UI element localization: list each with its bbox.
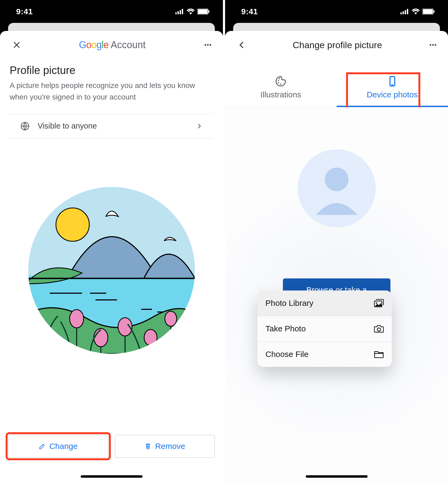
person-silhouette-icon (307, 159, 366, 218)
change-label: Change (49, 442, 78, 451)
svg-point-43 (280, 83, 282, 85)
home-indicator[interactable] (81, 475, 143, 478)
svg-rect-36 (433, 10, 435, 13)
google-logo: Google (79, 39, 108, 51)
phone-screen-left: 9:41 Google Account Profile picture A pi… (0, 0, 224, 482)
svg-point-39 (435, 44, 436, 46)
modal-sheet: Change profile picture Illustrations Dev… (225, 31, 448, 482)
trash-icon (144, 443, 151, 450)
bottom-button-row: Change Remove (0, 435, 223, 458)
svg-point-8 (207, 44, 209, 46)
status-icons (400, 9, 435, 15)
svg-point-26 (144, 329, 157, 346)
smartphone-icon (387, 76, 398, 87)
svg-rect-1 (177, 11, 179, 14)
svg-point-7 (205, 44, 206, 46)
tabs: Illustrations Device photos (225, 70, 448, 107)
remove-button[interactable]: Remove (115, 435, 215, 458)
close-button[interactable] (10, 38, 23, 51)
remove-label: Remove (155, 442, 185, 451)
svg-rect-35 (423, 9, 433, 14)
header-title: Google Account (23, 39, 201, 51)
menu-photo-library[interactable]: Photo Library (257, 290, 392, 316)
svg-rect-3 (182, 9, 183, 14)
profile-picture (28, 187, 195, 354)
change-button[interactable]: Change (8, 435, 108, 458)
menu-photo-library-label: Photo Library (265, 299, 313, 308)
menu-take-photo-label: Take Photo (265, 324, 306, 333)
header: Google Account (0, 31, 223, 57)
modal-sheet: Google Account Profile picture A picture… (0, 31, 223, 482)
svg-point-48 (376, 303, 377, 304)
palette-icon (275, 76, 286, 87)
cellular-icon (400, 9, 409, 14)
folder-icon (374, 350, 384, 358)
cellular-icon (175, 9, 184, 14)
svg-rect-30 (400, 12, 402, 14)
svg-point-38 (432, 44, 434, 46)
svg-point-28 (165, 311, 177, 326)
camera-icon (374, 325, 384, 333)
tab-illustrations-label: Illustrations (260, 90, 301, 99)
section-description: A picture helps people recognize you and… (0, 80, 223, 114)
tab-device-photos[interactable]: Device photos (337, 70, 448, 107)
avatar-container (0, 187, 223, 354)
globe-icon (20, 122, 30, 131)
menu-choose-file-label: Choose File (265, 350, 308, 359)
account-word: Account (111, 39, 146, 51)
svg-rect-33 (407, 9, 408, 14)
visibility-label: Visible to anyone (38, 122, 97, 130)
svg-point-49 (377, 328, 381, 331)
more-button[interactable] (426, 38, 439, 51)
svg-point-22 (94, 328, 108, 347)
wifi-icon (412, 9, 420, 15)
page-title: Change profile picture (248, 40, 426, 50)
svg-rect-2 (180, 10, 181, 14)
svg-point-9 (209, 44, 211, 46)
visibility-row[interactable]: Visible to anyone (10, 114, 213, 139)
chevron-left-icon (238, 41, 246, 49)
status-time: 9:41 (16, 7, 33, 16)
close-icon (12, 41, 21, 49)
status-bar: 9:41 (225, 0, 448, 23)
status-bar: 9:41 (0, 0, 223, 23)
battery-icon (422, 9, 435, 15)
chevron-right-icon (196, 123, 202, 129)
section-title: Profile picture (0, 57, 223, 80)
phone-screen-right: 9:41 Change profile picture Illustration… (224, 0, 448, 482)
photos-icon (374, 299, 384, 307)
landscape-illustration-icon (28, 187, 195, 354)
action-menu: Photo Library Take Photo Choose File (257, 290, 392, 367)
menu-choose-file[interactable]: Choose File (257, 342, 392, 367)
menu-take-photo[interactable]: Take Photo (257, 316, 392, 342)
more-button[interactable] (201, 38, 214, 51)
background-sheet-stub (233, 23, 440, 31)
svg-point-41 (279, 78, 280, 79)
svg-point-46 (325, 168, 349, 191)
home-indicator[interactable] (306, 475, 368, 478)
status-icons (175, 9, 209, 15)
back-button[interactable] (235, 38, 248, 51)
svg-point-42 (278, 82, 279, 83)
svg-point-13 (56, 208, 89, 241)
svg-rect-5 (198, 9, 208, 14)
background-sheet-stub (8, 23, 215, 31)
svg-rect-6 (208, 10, 209, 13)
header: Change profile picture (225, 31, 448, 57)
svg-point-37 (430, 44, 431, 46)
svg-point-40 (278, 80, 279, 81)
pencil-icon (39, 443, 46, 450)
svg-rect-0 (175, 12, 177, 14)
battery-icon (197, 9, 209, 15)
svg-rect-32 (405, 10, 406, 14)
more-horizontal-icon (204, 41, 212, 49)
tab-device-label: Device photos (367, 90, 418, 99)
more-horizontal-icon (429, 41, 437, 49)
svg-rect-31 (403, 11, 404, 14)
tab-illustrations[interactable]: Illustrations (225, 70, 337, 107)
wifi-icon (187, 9, 195, 15)
status-time: 9:41 (241, 7, 258, 16)
placeholder-avatar (298, 149, 376, 227)
svg-point-20 (70, 310, 84, 328)
